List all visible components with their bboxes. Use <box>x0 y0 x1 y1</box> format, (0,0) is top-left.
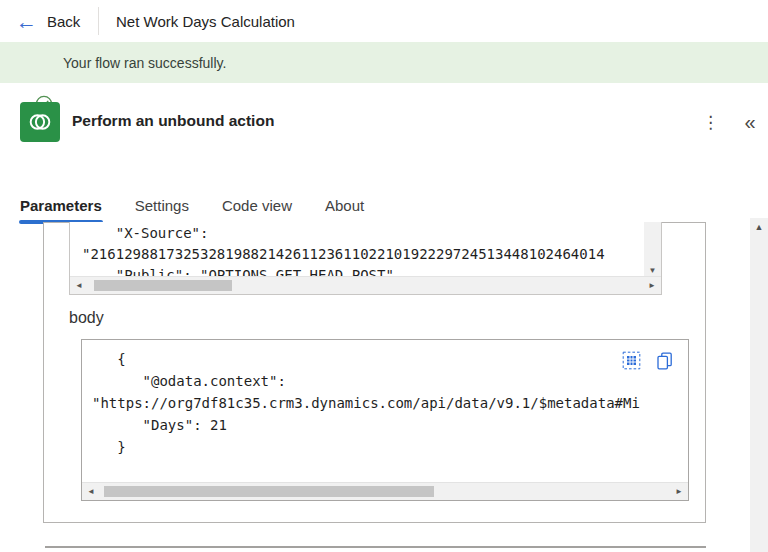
body-horizontal-scrollbar[interactable]: ◄ ► <box>82 482 688 500</box>
success-message: Your flow ran successfully. <box>63 42 226 83</box>
collapse-button[interactable]: « <box>737 109 763 135</box>
more-actions-button[interactable]: ⋮ <box>698 109 724 135</box>
scrollbar-thumb[interactable] <box>104 486 434 497</box>
back-arrow-icon: ← <box>16 11 37 32</box>
scroll-down-icon[interactable]: ▼ <box>644 266 661 275</box>
flow-run-page: ← Back Net Work Days Calculation Your fl… <box>0 0 768 552</box>
topbar-divider <box>98 7 99 35</box>
scroll-left-icon[interactable]: ◄ <box>75 277 83 294</box>
scroll-right-icon[interactable]: ► <box>648 277 656 294</box>
page-title: Net Work Days Calculation <box>116 0 295 42</box>
body-code-text: { "@odata.context": "https://org7df81c35… <box>92 348 640 458</box>
action-title: Perform an unbound action <box>72 112 274 130</box>
scroll-right-icon[interactable]: ► <box>675 483 683 500</box>
tab-code-view[interactable]: Code view <box>222 186 292 224</box>
scroll-up-icon[interactable]: ▲ <box>750 222 768 232</box>
dataverse-icon <box>20 102 60 142</box>
body-output-block[interactable]: { "@odata.context": "https://org7df81c35… <box>81 339 689 501</box>
scroll-left-icon[interactable]: ◄ <box>87 483 95 500</box>
tab-about[interactable]: About <box>325 186 364 224</box>
headers-output-block[interactable]: "X-Source": "216129881732532819882142611… <box>69 222 662 295</box>
parameters-card: "X-Source": "216129881732532819882142611… <box>43 222 706 523</box>
back-label: Back <box>47 13 80 30</box>
tab-parameters[interactable]: Parameters <box>20 186 102 224</box>
scrollbar-thumb[interactable] <box>94 280 232 291</box>
body-toolbar <box>622 351 674 370</box>
headers-vertical-scrollbar[interactable]: ▼ <box>644 222 661 277</box>
page-scrollbar[interactable]: ▲ <box>750 218 768 552</box>
top-bar: ← Back Net Work Days Calculation <box>0 0 768 42</box>
copy-icon[interactable] <box>655 351 674 370</box>
tab-settings[interactable]: Settings <box>135 186 189 224</box>
next-section-divider <box>45 546 706 548</box>
back-button[interactable]: ← Back <box>16 0 80 42</box>
table-view-icon[interactable] <box>622 351 641 370</box>
headers-horizontal-scrollbar[interactable]: ◄ ► <box>70 276 661 294</box>
body-field-label: body <box>69 309 104 327</box>
success-banner: Your flow ran successfully. <box>0 42 768 83</box>
tab-bar: Parameters Settings Code view About <box>20 186 364 224</box>
